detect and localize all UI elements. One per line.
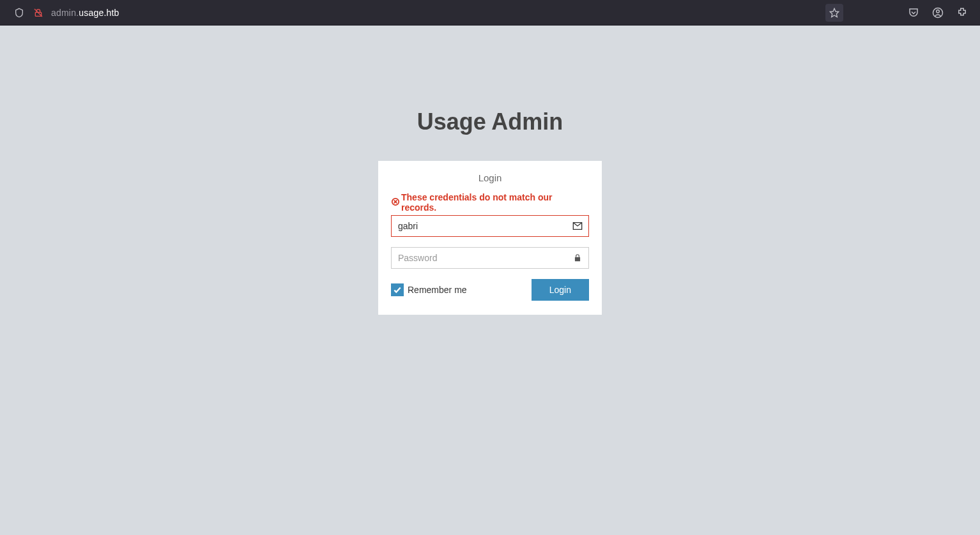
password-group [391, 247, 589, 269]
login-box: Login These credentials do not match our… [378, 161, 602, 315]
page-body: Usage Admin Login These credentials do n… [0, 26, 980, 535]
envelope-icon [566, 215, 589, 237]
svg-marker-2 [830, 8, 838, 17]
error-message: These credentials do not match our recor… [391, 192, 589, 213]
shield-icon[interactable] [13, 6, 26, 19]
browser-address-bar: admin.usage.htb [0, 0, 980, 26]
bookmark-star-button[interactable] [825, 4, 843, 22]
account-icon[interactable] [931, 6, 944, 19]
svg-point-4 [937, 10, 940, 13]
error-text: These credentials do not match our recor… [401, 192, 589, 213]
login-button[interactable]: Login [532, 279, 589, 301]
page-title: Usage Admin [417, 109, 563, 135]
error-icon [391, 197, 400, 208]
url-text: admin.usage.htb [51, 8, 119, 18]
svg-rect-8 [575, 257, 580, 261]
lock-insecure-icon[interactable] [32, 6, 45, 19]
remember-me-checkbox[interactable] [391, 283, 404, 296]
pocket-icon[interactable] [907, 6, 920, 19]
lock-icon [566, 247, 589, 269]
username-group [391, 215, 589, 237]
url-bar[interactable]: admin.usage.htb [51, 3, 819, 22]
remember-me-label[interactable]: Remember me [391, 283, 467, 296]
password-input[interactable] [391, 247, 589, 269]
username-input[interactable] [391, 215, 589, 237]
login-box-header: Login [391, 172, 589, 183]
remember-me-text: Remember me [408, 285, 467, 295]
extensions-icon[interactable] [956, 6, 969, 19]
